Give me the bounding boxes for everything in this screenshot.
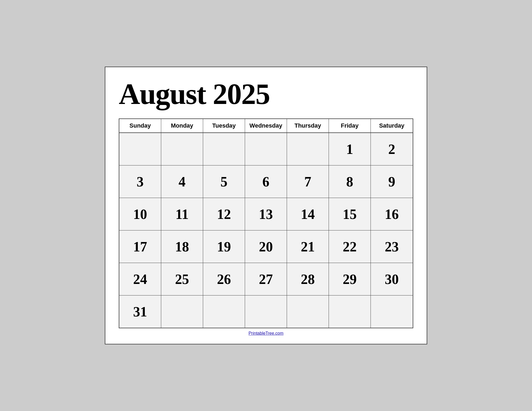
day-number: 27 [259,271,273,287]
day-cell [161,133,203,165]
day-cell [329,295,371,328]
day-number: 10 [133,206,147,222]
day-cell [203,133,245,165]
day-number: 19 [217,239,231,255]
calendar-grid: SundayMondayTuesdayWednesdayThursdayFrid… [119,118,413,328]
day-cell [245,295,287,328]
week-row-4: 24252627282930 [119,263,413,295]
day-cell: 2 [371,133,413,165]
day-number: 13 [259,206,273,222]
day-number: 26 [217,271,231,287]
day-number: 4 [179,174,186,190]
day-cell: 30 [371,263,413,295]
day-cell: 24 [119,263,161,295]
day-cell: 5 [203,165,245,198]
day-number: 9 [388,174,395,190]
day-cell: 6 [245,165,287,198]
week-row-2: 10111213141516 [119,198,413,230]
week-row-0: 12 [119,133,413,165]
day-cell [203,295,245,328]
day-header-tuesday: Tuesday [203,119,245,132]
week-row-5: 31 [119,295,413,328]
day-number: 8 [346,174,353,190]
day-number: 18 [175,239,189,255]
day-cell [161,295,203,328]
day-number: 25 [175,271,189,287]
day-header-saturday: Saturday [371,119,413,132]
day-cell: 27 [245,263,287,295]
day-cell [245,133,287,165]
day-number: 31 [133,304,147,320]
day-number: 1 [346,141,353,157]
day-number: 3 [137,174,144,190]
day-number: 20 [259,239,273,255]
day-cell: 20 [245,230,287,263]
day-number: 14 [301,206,315,222]
day-cell: 29 [329,263,371,295]
day-number: 30 [385,271,399,287]
day-header-wednesday: Wednesday [245,119,287,132]
day-number: 2 [388,141,395,157]
week-row-3: 17181920212223 [119,230,413,263]
day-number: 17 [133,239,147,255]
day-cell: 11 [161,198,203,230]
day-cell: 31 [119,295,161,328]
footer-link[interactable]: PrintableTree.com [249,331,283,336]
day-number: 29 [343,271,357,287]
day-number: 11 [175,206,189,222]
week-row-1: 3456789 [119,165,413,198]
day-number: 6 [263,174,269,190]
day-number: 23 [385,239,399,255]
day-cell: 25 [161,263,203,295]
day-header-thursday: Thursday [287,119,329,132]
day-number: 28 [301,271,315,287]
day-number: 21 [301,239,315,255]
day-cell: 15 [329,198,371,230]
day-cell: 23 [371,230,413,263]
day-header-monday: Monday [161,119,203,132]
day-cell [287,133,329,165]
day-number: 22 [343,239,357,255]
day-cell: 12 [203,198,245,230]
day-number: 15 [343,206,357,222]
day-cell: 13 [245,198,287,230]
day-cell: 17 [119,230,161,263]
day-cell: 26 [203,263,245,295]
day-number: 12 [217,206,231,222]
day-cell: 3 [119,165,161,198]
day-cell: 1 [329,133,371,165]
day-cell [119,133,161,165]
calendar-weeks: 1234567891011121314151617181920212223242… [119,133,413,328]
day-cell: 18 [161,230,203,263]
day-cell: 7 [287,165,329,198]
day-cell: 10 [119,198,161,230]
day-headers: SundayMondayTuesdayWednesdayThursdayFrid… [119,119,413,133]
day-number: 24 [133,271,147,287]
calendar-title: August 2025 [119,78,413,110]
calendar-page: August 2025 SundayMondayTuesdayWednesday… [105,67,427,344]
day-cell: 19 [203,230,245,263]
day-cell: 14 [287,198,329,230]
day-cell: 4 [161,165,203,198]
day-cell [371,295,413,328]
day-cell: 8 [329,165,371,198]
day-number: 7 [304,174,311,190]
footer: PrintableTree.com [119,328,413,336]
day-header-sunday: Sunday [119,119,161,132]
day-number: 5 [221,174,228,190]
day-cell: 16 [371,198,413,230]
day-cell: 21 [287,230,329,263]
day-number: 16 [385,206,399,222]
day-cell: 28 [287,263,329,295]
day-cell: 22 [329,230,371,263]
day-cell [287,295,329,328]
day-header-friday: Friday [329,119,371,132]
day-cell: 9 [371,165,413,198]
